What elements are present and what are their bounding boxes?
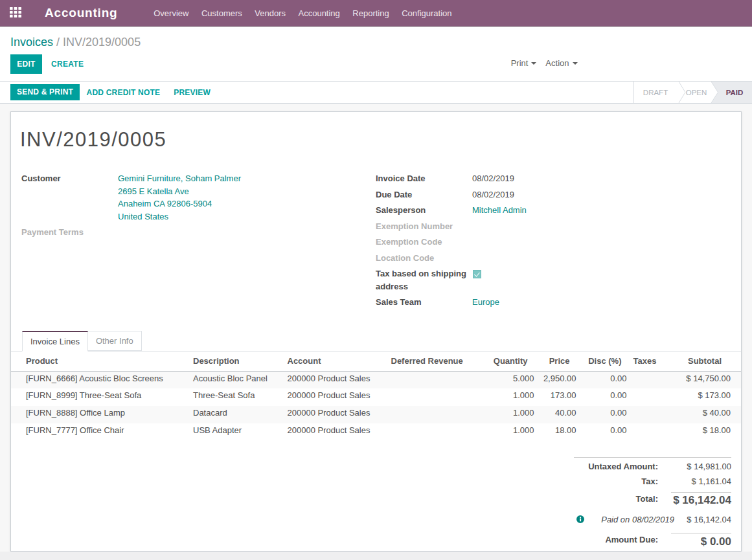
svg-text:OPEN: OPEN — [686, 89, 707, 96]
svg-text:PAID: PAID — [726, 89, 744, 96]
svg-text:DRAFT: DRAFT — [643, 89, 668, 96]
